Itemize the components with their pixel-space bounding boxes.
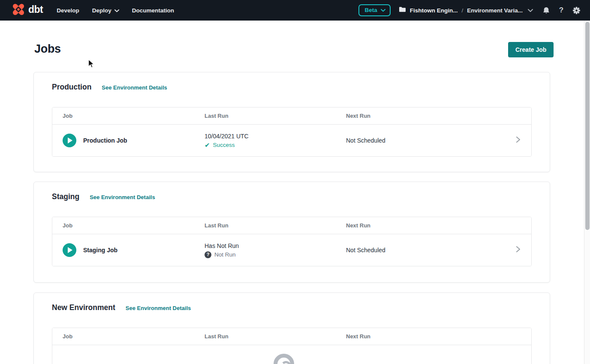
job-row-staging-job[interactable]: Staging Job Has Not Run ? Not Run Not Sc… [52, 234, 531, 266]
empty-state-icon [274, 354, 294, 364]
create-job-button[interactable]: Create Job [508, 42, 554, 57]
table-header: Job Last Run Next Run [52, 107, 531, 125]
mouse-cursor [88, 59, 95, 70]
play-icon [68, 247, 72, 253]
run-job-play-button[interactable] [63, 134, 76, 147]
jobs-table: Job Last Run Next Run [52, 328, 532, 364]
chevron-right-icon[interactable] [514, 245, 522, 255]
job-row-production-job[interactable]: Production Job 10/04/2021 UTC ✔ Success … [52, 125, 531, 156]
nav-item-develop-label: Develop [57, 7, 79, 14]
column-header-last-run: Last Run [205, 113, 346, 119]
environment-card-staging: Staging See Environment Details Job Last… [33, 182, 550, 283]
column-header-job: Job [52, 222, 205, 229]
empty-jobs-area [52, 345, 531, 364]
chevron-down-icon [381, 7, 385, 13]
last-run-date: Has Not Run [205, 242, 346, 249]
column-header-next-run: Next Run [346, 222, 531, 229]
last-run-status: Success [213, 142, 235, 148]
dbt-logo-icon [11, 2, 26, 18]
environment-name: Production [52, 83, 91, 92]
top-navbar: dbt Develop Deploy Documentation B [0, 0, 590, 21]
scrollbar-thumb[interactable] [585, 22, 590, 230]
account-project-selector[interactable]: Fishtown Engin... / Environment Varia... [399, 6, 533, 14]
app-window: dbt Develop Deploy Documentation B [0, 0, 590, 364]
jobs-table: Job Last Run Next Run Production Job 10/… [52, 107, 532, 157]
breadcrumb-separator: / [461, 7, 463, 14]
page-title: Jobs [34, 42, 61, 56]
column-header-last-run: Last Run [205, 333, 346, 340]
environment-card-new-environment: New Environment See Environment Details … [33, 292, 550, 364]
breadcrumb-project: Environment Varia... [467, 7, 523, 14]
gear-icon[interactable] [572, 6, 581, 15]
job-name: Staging Job [83, 247, 117, 254]
column-header-job: Job [52, 113, 205, 119]
nav-item-documentation-label: Documentation [132, 7, 174, 14]
beta-label: Beta [364, 7, 377, 13]
jobs-table: Job Last Run Next Run Staging Job Has No… [52, 217, 532, 266]
beta-dropdown[interactable]: Beta [358, 4, 390, 16]
table-header: Job Last Run Next Run [52, 328, 531, 345]
next-run-value: Not Scheduled [346, 137, 385, 144]
dbt-logo-text: dbt [28, 5, 43, 16]
question-circle-icon: ? [205, 251, 211, 258]
column-header-next-run: Next Run [346, 333, 531, 340]
play-icon [68, 137, 72, 143]
breadcrumb-account: Fishtown Engin... [410, 7, 458, 14]
see-environment-details-link[interactable]: See Environment Details [102, 84, 167, 91]
last-run-status: Not Run [214, 251, 236, 258]
environment-name: New Environment [52, 303, 115, 312]
next-run-value: Not Scheduled [346, 247, 385, 254]
nav-item-documentation[interactable]: Documentation [132, 7, 174, 14]
help-icon[interactable]: ? [557, 6, 566, 15]
folder-icon [399, 6, 406, 14]
notifications-bell-icon[interactable] [542, 6, 551, 15]
chevron-down-icon [528, 6, 533, 14]
job-name: Production Job [83, 137, 127, 144]
see-environment-details-link[interactable]: See Environment Details [90, 194, 155, 200]
column-header-last-run: Last Run [205, 222, 346, 229]
table-header: Job Last Run Next Run [52, 217, 531, 234]
column-header-job: Job [52, 333, 205, 340]
column-header-next-run: Next Run [346, 113, 531, 119]
run-job-play-button[interactable] [63, 243, 76, 257]
chevron-right-icon[interactable] [514, 135, 522, 146]
see-environment-details-link[interactable]: See Environment Details [126, 305, 191, 311]
check-icon: ✔ [205, 142, 210, 148]
vertical-scrollbar [584, 21, 590, 364]
last-run-date: 10/04/2021 UTC [205, 133, 346, 140]
nav-item-deploy-label: Deploy [92, 7, 111, 14]
nav-item-develop[interactable]: Develop [57, 7, 79, 14]
dbt-logo[interactable]: dbt [11, 2, 43, 18]
nav-item-deploy[interactable]: Deploy [92, 7, 119, 14]
environment-name: Staging [52, 192, 79, 201]
chevron-down-icon [114, 7, 119, 14]
environment-card-production: Production See Environment Details Job L… [33, 72, 550, 172]
